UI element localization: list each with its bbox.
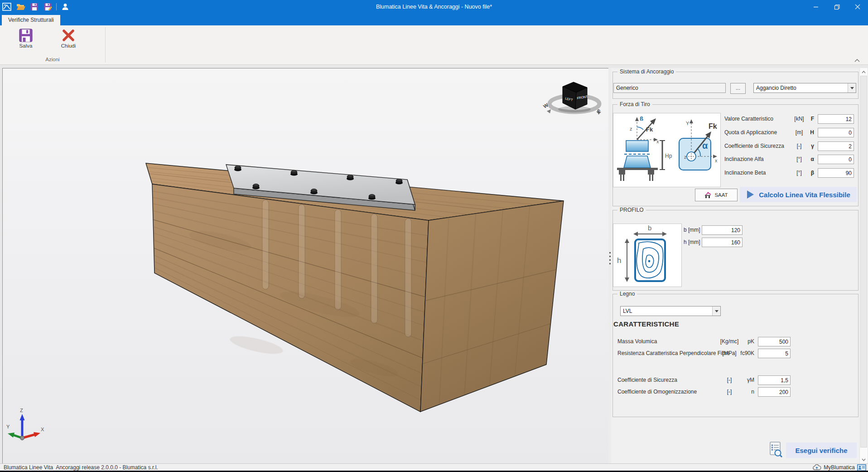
forza-diagram-drawing: z x Fk ß Hp z Y x Fk α xyxy=(613,113,719,186)
diagram-x2-label: x xyxy=(715,158,718,163)
dim-b-label: b xyxy=(648,224,651,232)
ribbon-tabstrip: Verifiche Strutturali xyxy=(0,14,868,25)
esegui-verifiche-button[interactable]: Esegui verifiche xyxy=(786,443,857,458)
tab-verifiche-strutturali[interactable]: Verifiche Strutturali xyxy=(2,15,60,25)
axis-x-label: X xyxy=(41,427,44,432)
quota-applicazione-input[interactable] xyxy=(818,128,854,137)
h-mm-input[interactable] xyxy=(702,238,743,247)
3d-viewport[interactable]: LEFT FRONT W S Z X Y xyxy=(2,68,609,464)
row-label: Massa Volumica xyxy=(617,337,657,346)
axis-y-label: Y xyxy=(6,424,10,429)
myblumatica-label[interactable]: MyBlumatica xyxy=(824,464,855,471)
row-symbol: γ xyxy=(803,141,814,151)
inclinazione-beta-input[interactable] xyxy=(818,168,854,178)
row-symbol: γM xyxy=(736,375,754,385)
calcolo-linea-vita-button[interactable]: Calcolo Linea Vita Flessibile xyxy=(740,187,857,202)
row-symbol: α xyxy=(803,155,814,164)
panel-scrollbar[interactable] xyxy=(859,68,868,463)
dim-h-label: h xyxy=(617,256,621,265)
h-mm-label: h [mm] xyxy=(684,238,700,247)
salva-button[interactable]: Salva xyxy=(12,27,40,57)
play-triangle-icon xyxy=(746,190,754,199)
diagram-alpha-label: α xyxy=(702,141,708,151)
ancoraggio-nome-field[interactable] xyxy=(613,83,726,93)
chiudi-label: Chiudi xyxy=(54,43,82,49)
row-label: Valore Caratteristico xyxy=(724,114,773,124)
splitter-grip[interactable] xyxy=(609,252,611,264)
aggancio-dropdown[interactable]: Aggancio Diretto xyxy=(753,83,856,93)
close-x-icon xyxy=(61,28,76,43)
properties-panel: Sistema di Ancoraggio ... Aggancio Diret… xyxy=(611,68,859,463)
status-release-text: Blumatica Linee Vita Ancoraggi release 2… xyxy=(4,464,158,471)
legno-title: Legno xyxy=(617,291,637,297)
b-mm-input[interactable] xyxy=(702,225,743,235)
diagram-z-label: z xyxy=(630,126,632,131)
profilo-diagram-drawing: b h xyxy=(613,224,680,286)
profilo-diagram: b h xyxy=(613,224,682,287)
saat-crane-icon xyxy=(704,191,712,199)
row-symbol: F xyxy=(803,114,814,124)
status-right-area: MyBlumatica xyxy=(812,464,866,471)
inclinazione-alfa-input[interactable] xyxy=(818,155,854,164)
row-label: Coefficiente di Sicurezza xyxy=(617,375,677,385)
titlebar: Blumatica Linee Vita & Ancoraggi - Nuovo… xyxy=(0,0,868,14)
row-symbol: fc90K xyxy=(736,349,754,358)
diagram-x-label: x xyxy=(656,139,659,144)
forza-diagram: z x Fk ß Hp z Y x Fk α xyxy=(613,113,721,187)
forza-di-tiro-title: Forza di Tiro xyxy=(617,101,652,107)
diagram-beta-label: ß xyxy=(640,115,643,122)
resistenza-fc90k-input[interactable] xyxy=(758,349,791,358)
diagram-fk2-label: Fk xyxy=(709,122,717,130)
cloud-icon[interactable] xyxy=(812,464,821,471)
legno-tipo-value: LVL xyxy=(623,307,632,316)
browse-button[interactable]: ... xyxy=(730,83,746,94)
row-symbol: β xyxy=(803,168,814,178)
save-icon xyxy=(19,28,33,43)
row-label: Coefficiente di Omogenizzazione xyxy=(617,387,697,397)
row-label: Inclinazione Alfa xyxy=(724,155,764,164)
window-title: Blumatica Linee Vita & Ancoraggi - Nuovo… xyxy=(0,0,868,14)
axis-z-label: Z xyxy=(20,408,23,413)
ribbon: Salva Chiudi Azioni xyxy=(0,25,868,65)
coeff-sicurezza-input[interactable] xyxy=(818,141,854,151)
ribbon-collapse-chevron-up-icon[interactable] xyxy=(854,58,861,63)
close-button[interactable] xyxy=(847,0,868,14)
legno-tipo-dropdown[interactable]: LVL xyxy=(620,306,721,316)
diagram-y-label: Y xyxy=(686,121,690,126)
statusbar: Blumatica Linee Vita Ancoraggi release 2… xyxy=(0,463,868,471)
row-symbol: H xyxy=(803,128,814,137)
coeff-omogenizzazione-input[interactable] xyxy=(758,387,791,397)
row-symbol: n xyxy=(736,387,754,397)
diagram-z2-label: z xyxy=(684,154,687,160)
coeff-sicurezza-gm-input[interactable] xyxy=(758,375,791,385)
row-label: Quota di Applicazione xyxy=(724,128,777,137)
caratteristiche-heading: CARATTERISTICHE xyxy=(613,320,679,328)
salva-label: Salva xyxy=(12,43,40,49)
chevron-down-icon[interactable] xyxy=(848,83,856,92)
sistema-ancoraggio-title: Sistema di Ancoraggio xyxy=(617,68,676,75)
profilo-title: PROFILO xyxy=(617,207,646,213)
aggancio-value: Aggancio Diretto xyxy=(756,83,796,92)
3d-scene[interactable]: LEFT FRONT W S Z X Y xyxy=(3,68,608,463)
scroll-down-chevron-icon[interactable] xyxy=(860,456,868,463)
chiudi-button[interactable]: Chiudi xyxy=(54,27,82,57)
restore-button[interactable] xyxy=(826,0,847,14)
azioni-group-label: Azioni xyxy=(0,57,105,62)
valore-caratteristico-input[interactable] xyxy=(818,114,854,124)
saat-label: SAAT xyxy=(714,192,728,198)
row-label: Coefficiente di Sicurezza xyxy=(724,141,784,151)
massa-volumica-input[interactable] xyxy=(758,337,791,346)
row-label: Inclinazione Beta xyxy=(724,168,766,178)
checklist-search-icon[interactable] xyxy=(768,441,783,457)
scroll-up-chevron-icon[interactable] xyxy=(860,68,868,76)
row-symbol: pK xyxy=(736,337,754,346)
scrollbar-thumb[interactable] xyxy=(860,76,867,448)
id-badge-icon[interactable] xyxy=(857,464,866,471)
saat-button[interactable]: SAAT xyxy=(695,189,738,201)
diagram-fk-label: Fk xyxy=(646,126,653,133)
row-label: Resistenza Caratteristica Perpendicolare… xyxy=(617,349,730,358)
chevron-down-icon[interactable] xyxy=(712,307,720,316)
minimize-button[interactable] xyxy=(805,0,826,14)
b-mm-label: b [mm] xyxy=(684,225,700,235)
esegui-verifiche-label: Esegui verifiche xyxy=(795,447,847,454)
